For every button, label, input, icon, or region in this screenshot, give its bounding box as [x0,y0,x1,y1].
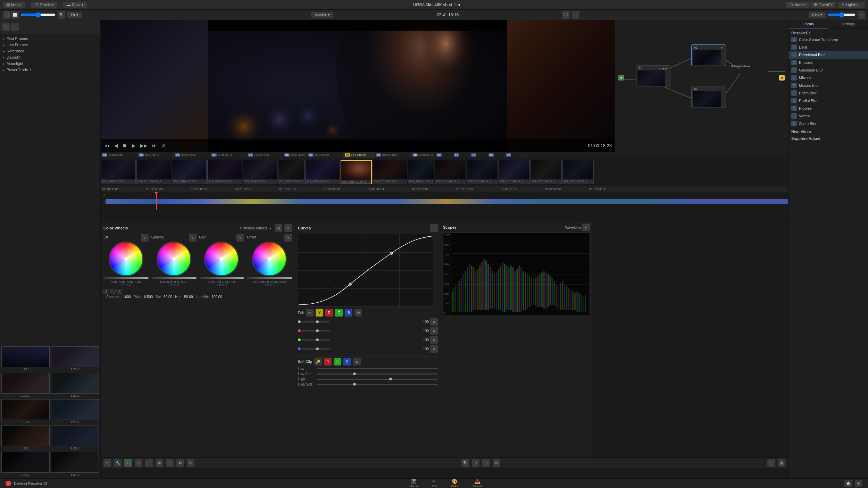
next-frame-btn[interactable]: ▶▶ [139,142,149,149]
timeline-clip-9[interactable]: A14_2016-01-28_2 [373,160,407,184]
thumb-7[interactable]: 1:24.1 [1,426,50,451]
timeline-clip-6[interactable]: C20_2016-02-05_C [278,160,304,184]
fullscreen-btn[interactable]: ⛶ [562,11,570,19]
node-02[interactable]: 02 M [691,44,726,66]
timeline-clip-7[interactable]: A14_2016-01-28_2 [305,160,340,184]
tree-item-last-frames[interactable]: ▸ Last Frames [0,42,100,48]
play-btn[interactable]: ▶ [131,142,137,149]
curves-g-channel[interactable]: G [335,309,343,317]
fit-button[interactable]: Fit▾ [67,12,82,18]
curves-b-channel[interactable]: B [345,309,352,317]
timeline-clip-15[interactable]: A08_2016-01-27_2 [562,160,594,184]
gain-wheel-circle[interactable] [204,242,239,276]
color-tool-12[interactable]: ⊡ [482,459,490,467]
timeline-clip-12[interactable]: A03_2016-01-27_2 [467,160,498,184]
clip-options-btn[interactable]: ··· [858,11,865,19]
fx-color-space[interactable]: ⬡ Color Space Transform [788,36,868,43]
nav-settings-btn[interactable]: ⚙ [855,480,862,487]
high-soft-slider[interactable] [317,384,438,385]
fx-prism-blur[interactable]: ⬡ Prism Blur [788,89,868,97]
fx-directional-blur[interactable]: ⬡ Directional Blur [788,51,868,59]
nav-home-btn[interactable]: 🏠 [844,480,852,487]
scopes-options-btn[interactable]: ▾ [582,224,590,231]
fx-mirrors[interactable]: ⬡ Mirrors [788,74,868,82]
color-tool-2[interactable]: 🔧 [114,459,122,467]
nav-edit[interactable]: ✂ Edit [432,479,437,488]
wheels-reset-btn[interactable]: ↺ [284,224,292,232]
scope-mode-btn[interactable]: ▦ [778,459,785,467]
color-tool-4[interactable]: ⬡ [135,459,142,467]
gamma-slider[interactable] [151,277,197,279]
thumb-4[interactable]: 1:22.1 [51,373,99,398]
scope-toggle-btn[interactable]: ⬛ [767,459,775,467]
lift-wheel-circle[interactable] [109,242,143,276]
fx-ripples[interactable]: ⬡ Ripples [788,104,868,112]
g-slider[interactable] [302,339,330,340]
go-to-start-btn[interactable]: ⏮ [103,142,111,149]
curves-y-channel[interactable]: Y [316,309,323,317]
search-btn[interactable]: 🔍 [58,11,65,19]
fx-radial-blur[interactable]: ⬡ Radial Blur [788,97,868,104]
gain-reset-btn[interactable]: ↺ [236,234,244,242]
thumb-3[interactable]: 1:21.1 [1,373,50,398]
timeline-clip-1[interactable]: C20_2016-02-05_1 [101,160,136,184]
timeline-clip-10[interactable]: A03_2016-01-27_2 [408,160,434,184]
tree-item-powergrade[interactable]: ▸ PowerGrade 1 [0,67,100,73]
offset-slider[interactable] [247,277,292,279]
zoom-slider[interactable] [21,12,56,18]
color-tool-5[interactable]: ◦ [145,459,153,467]
wheel-tab-a[interactable]: A [103,289,109,294]
fx-mosaic-blur[interactable]: ⬡ Mosaic Blur [788,82,868,89]
timeline-clip-5[interactable]: C20_2016-02-05_1 [243,160,277,184]
r-slider[interactable] [302,330,330,331]
color-tool-10[interactable]: 🔍 [461,459,469,467]
node-04[interactable]: 04 [691,86,726,108]
tab-settings[interactable]: Settings [828,20,868,28]
output-node[interactable]: ■ [779,75,785,81]
timeline-clip-3[interactable]: C20_2016-02-05_C [172,160,207,184]
color-tool-13[interactable]: ⊠ [493,459,500,467]
more-btn[interactable]: ··· [572,11,579,19]
toggle-panel-btn[interactable]: ⬛ [3,11,10,19]
tree-item-daylight[interactable]: ▸ Daylight [0,54,100,60]
thumb-2[interactable]: 1:20.1 [51,346,99,371]
curves-more-btn[interactable]: ⚙ [354,309,362,317]
curves-edit-pencil[interactable]: ✏ [306,309,314,317]
timeline-clip-4[interactable]: A14_2016-01-28_2 [207,160,242,184]
left-panel-list-btn[interactable]: ☰ [11,23,19,31]
timeline-tab[interactable]: ⏱ Timeline [31,2,57,8]
y-slider[interactable] [302,321,330,322]
r-reset-btn[interactable]: ↺ [430,327,438,335]
thumb-10[interactable]: 1:27.1 [51,452,99,477]
high-slider[interactable] [317,379,438,380]
curves-r-channel[interactable]: R [325,309,333,317]
clip-button[interactable]: Clip▾ [809,12,826,18]
thumb-8[interactable]: 1:25.1 [51,426,99,451]
tab-library[interactable]: Library [788,20,828,28]
nav-media[interactable]: 🎬 Media [409,479,418,488]
curves-options-btn[interactable]: ··· [430,224,438,232]
left-panel-grid-btn[interactable]: ⬛ [2,23,10,31]
fx-zoom-blur[interactable]: ⬡ Zoom Blur [788,120,868,127]
soft-clip-icon-btn[interactable]: 🔑 [314,358,322,365]
g-reset-btn[interactable]: ↺ [430,336,438,344]
thumb-5[interactable]: 1:56l [1,399,50,424]
fx-gaussian-blur[interactable]: ⬡ Gaussian Blur [788,66,868,74]
tree-item-reference[interactable]: ▸ Reference [0,48,100,54]
soft-clip-r-btn[interactable]: R [324,358,332,365]
nodes-button[interactable]: ⬡ Nodes [786,2,809,8]
clip-zoom-slider[interactable] [828,12,856,18]
low-slider[interactable] [317,368,438,369]
timeline-clip-8[interactable]: A14_2016-01-28_2 [341,160,372,184]
gamma-wheel-circle[interactable] [157,242,191,276]
stop-btn[interactable]: ⏹ [121,142,128,149]
timeline-clip-14[interactable]: A08_2016-01-27_2 [531,160,562,184]
color-tool-6[interactable]: ⊞ [156,459,163,467]
color-tool-7[interactable]: ⊟ [166,459,174,467]
tree-item-moonlight[interactable]: ▸ Moonlight [0,60,100,67]
timeline-clip-13[interactable]: A08_2016-01-27_2 [499,160,530,184]
thumb-9[interactable]: 1:26.1 [1,452,50,477]
wheel-tab-1[interactable]: 1 [110,289,116,294]
nav-color[interactable]: 🎨 Color [451,479,459,488]
video-track[interactable] [106,199,788,204]
